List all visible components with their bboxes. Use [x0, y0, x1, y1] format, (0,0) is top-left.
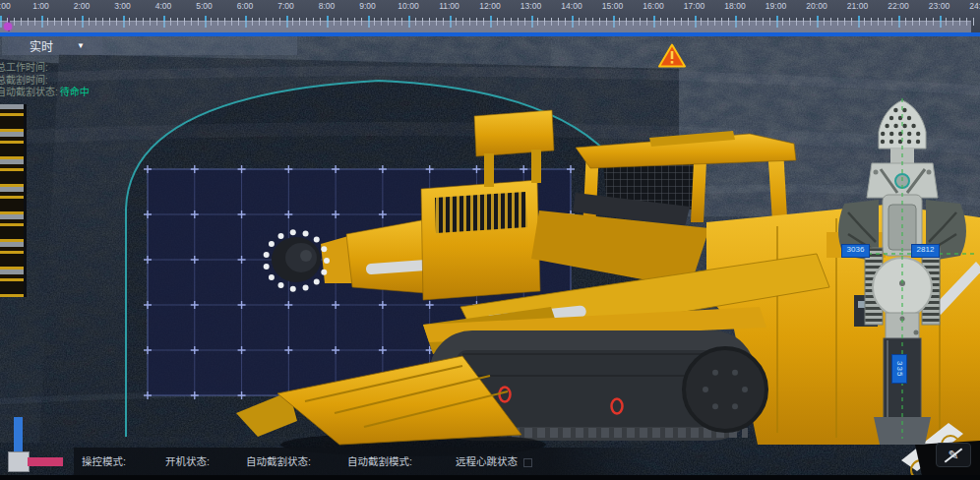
timeline-hour-label: 23:00	[929, 1, 949, 11]
timeline-hour-label: 20:00	[806, 1, 827, 11]
timeline-hour-label: 2:00	[74, 1, 91, 11]
control-mode-label: 操控模式:	[82, 448, 126, 475]
timeline-hour-label: 10:00	[398, 1, 418, 11]
timeline-hour-label: 00:00	[0, 1, 11, 11]
scene-3d-viewport[interactable]	[0, 0, 980, 480]
alarm-warning-icon[interactable]	[658, 43, 686, 68]
timeline-hour-label: 4:00	[155, 1, 172, 11]
time-mode-dropdown[interactable]: 实时 ▼	[8, 36, 102, 55]
timeline-hour-label: 14:00	[561, 1, 582, 11]
timeline-divider	[0, 32, 980, 36]
joystick-axis-vertical	[14, 417, 23, 454]
remote-heartbeat-label: 远程心跳状态	[456, 448, 532, 475]
heartbeat-indicator	[523, 458, 532, 467]
timeline-hour-label: 13:00	[521, 1, 541, 11]
minimap-right-distance-readout: 2812	[911, 244, 940, 258]
timeline-hour-label: 15:00	[602, 1, 623, 11]
timeline-hour-label: 17:00	[684, 1, 704, 11]
timeline-hour-label: 6:00	[237, 1, 254, 11]
timeline-hour-labels: 00:001:002:003:004:005:006:007:008:009:0…	[0, 1, 980, 13]
bottom-edge-strip	[0, 475, 980, 480]
status-panel: 总工作时间: 总截割时间: 自动截割状态:待命中	[0, 62, 90, 99]
joystick-knob	[8, 451, 30, 472]
timeline-scrub-band[interactable]	[0, 21, 971, 32]
timeline-hour-label: 12:00	[479, 1, 500, 11]
timeline-hour-label: 24:00	[969, 1, 980, 11]
bottom-status-bar: 操控模式: 开机状态: 自动截割状态: 自动截割模式: 远程心跳状态	[74, 448, 654, 475]
timeline-hour-label: 8:00	[319, 1, 336, 11]
timeline-tick-minor	[973, 18, 974, 26]
timeline-hour-label: 1:00	[32, 1, 49, 11]
timeline-hour-label: 16:00	[643, 1, 663, 11]
remote-mining-console: 00:001:002:003:004:005:006:007:008:009:0…	[0, 0, 980, 480]
status-line-auto-cut-state: 自动截割状态:待命中	[0, 87, 90, 99]
auto-cut-state-label: 自动截割状态:	[246, 448, 311, 475]
standby-badge: 待命中	[60, 87, 90, 97]
annotation-disable-button[interactable]: ✎	[936, 443, 971, 467]
timeline-hour-label: 11:00	[439, 1, 459, 11]
timeline-hour-label: 21:00	[847, 1, 868, 11]
joystick-indicator	[0, 413, 69, 474]
chevron-down-icon: ▼	[77, 41, 85, 50]
timeline-bar: 00:001:002:003:004:005:006:007:008:009:0…	[0, 0, 980, 36]
timeline-hour-label: 5:00	[196, 1, 213, 11]
timeline-hour-label: 7:00	[277, 1, 294, 11]
time-mode-label: 实时	[30, 37, 53, 54]
status-line-total-work: 总工作时间:	[0, 62, 90, 75]
joystick-axis-horizontal	[28, 457, 63, 466]
timeline-hour-label: 9:00	[359, 1, 376, 11]
timeline-hour-label: 3:00	[114, 1, 131, 11]
timeline-playhead[interactable]	[4, 23, 12, 30]
status-line-total-cut: 总截割时间:	[0, 75, 90, 88]
timeline-hour-label: 18:00	[724, 1, 745, 11]
left-edge-machine-track	[0, 104, 27, 297]
minimap-left-distance-readout: 3036	[841, 244, 870, 258]
minimap-tail-readout: 335	[891, 354, 907, 384]
auto-cut-mode-label: 自动截割模式:	[347, 448, 412, 475]
power-state-label: 开机状态:	[165, 448, 210, 475]
timeline-hour-label: 19:00	[766, 1, 786, 11]
timeline-hour-label: 22:00	[888, 1, 908, 11]
